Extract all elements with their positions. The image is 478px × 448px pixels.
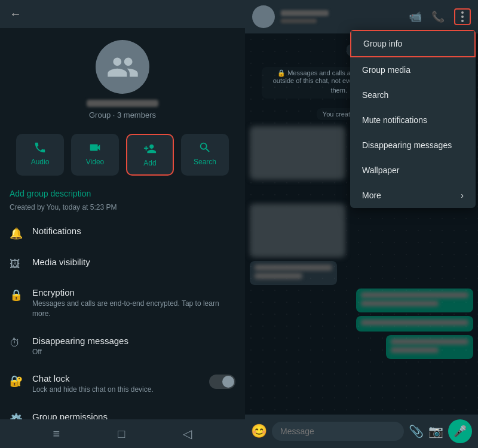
dropdown-menu: Group info Group media Search Mute notif… — [350, 30, 476, 208]
nav-back-icon[interactable]: ◁ — [183, 426, 192, 441]
dropdown-search[interactable]: Search — [350, 82, 476, 108]
video-icon — [88, 141, 102, 154]
lock-icon: 🔒 — [10, 289, 24, 302]
chat-lock-content: Chat lock Lock and hide this chat on thi… — [32, 373, 201, 395]
chat-lock-toggle[interactable] — [209, 375, 235, 389]
dot1 — [461, 11, 464, 14]
lock2-icon: 🔐 — [10, 375, 24, 388]
video-button[interactable]: Video — [71, 134, 119, 176]
dropdown-mute[interactable]: Mute notifications — [350, 108, 476, 133]
settings-item-notifications[interactable]: 🔔 Notifications — [0, 217, 245, 248]
dropdown-wallpaper[interactable]: Wallpaper — [350, 158, 476, 183]
add-person-icon — [143, 142, 157, 155]
left-panel: ← Group · 3 members Audio Video — [0, 0, 245, 448]
encryption-subtitle: Messages and calls are end-to-end encryp… — [32, 299, 235, 319]
notifications-content: Notifications — [32, 226, 235, 236]
disappearing-subtitle: Off — [32, 347, 235, 357]
back-button[interactable]: ← — [10, 7, 22, 21]
dot3 — [461, 20, 464, 22]
settings-item-chat-lock[interactable]: 🔐 Chat lock Lock and hide this chat on t… — [0, 365, 245, 403]
notifications-title: Notifications — [32, 226, 235, 236]
disappearing-title: Disappearing messages — [32, 336, 235, 346]
settings-list: 🔔 Notifications 🖼 Media visibility 🔒 Enc… — [0, 217, 245, 419]
video-label: Video — [86, 158, 104, 166]
search-button[interactable]: Search — [181, 134, 229, 176]
camera-button[interactable]: 📷 — [428, 424, 443, 438]
more-options-button[interactable] — [454, 8, 471, 25]
chat-lock-subtitle: Lock and hide this chat on this device. — [32, 385, 201, 395]
group-name-blur — [87, 100, 158, 107]
left-header: ← — [0, 0, 245, 28]
dot2 — [461, 16, 464, 18]
media-content: Media visibility — [32, 257, 235, 267]
settings-item-group-permissions[interactable]: ⚙️ Group permissions — [0, 403, 245, 419]
timer-icon: ⏱ — [10, 337, 24, 349]
phone-icon — [33, 141, 47, 154]
bottom-nav: ≡ □ ◁ — [0, 419, 245, 448]
audio-button[interactable]: Audio — [16, 134, 64, 176]
chat-status-blur — [281, 19, 317, 23]
search-label: Search — [194, 158, 216, 166]
dropdown-group-info[interactable]: Group info — [350, 30, 476, 57]
media-bubble-received-2 — [250, 204, 345, 257]
add-group-description[interactable]: Add group description — [0, 184, 245, 203]
avatar-section: Group · 3 members — [0, 28, 245, 125]
attach-button[interactable]: 📎 — [409, 424, 424, 438]
created-by-text: Created by You, today at 5:23 PM — [0, 203, 245, 217]
gear-icon: ⚙️ — [10, 413, 24, 419]
encryption-title: Encryption — [32, 287, 235, 297]
chat-lock-title: Chat lock — [32, 373, 201, 383]
media-bubble-received-1 — [250, 126, 345, 180]
message-input[interactable] — [272, 422, 404, 441]
emoji-button[interactable]: 😊 — [251, 424, 267, 439]
voice-call-icon[interactable]: 📞 — [431, 10, 445, 23]
disappearing-content: Disappearing messages Off — [32, 336, 235, 357]
group-avatar-icon — [106, 51, 139, 84]
encryption-content: Encryption Messages and calls are end-to… — [32, 287, 235, 319]
settings-item-media[interactable]: 🖼 Media visibility — [0, 248, 245, 279]
right-panel: 📹 📞 Today 🔒 Messages and calls are end-t… — [245, 0, 478, 448]
dropdown-group-media[interactable]: Group media — [350, 57, 476, 82]
chat-input-bar: 😊 📎 📷 🎤 — [245, 415, 478, 448]
add-member-button[interactable]: Add — [126, 134, 174, 176]
group-permissions-title: Group permissions — [32, 412, 235, 419]
chat-header-icons: 📹 📞 — [409, 8, 471, 25]
mic-button[interactable]: 🎤 — [448, 419, 472, 443]
chat-header-avatar — [252, 5, 275, 28]
chat-title-area — [281, 10, 403, 23]
group-permissions-content: Group permissions — [32, 412, 235, 419]
search-icon — [198, 141, 212, 154]
arrow-right-icon: › — [461, 191, 464, 200]
dropdown-more[interactable]: More › — [350, 183, 476, 208]
add-label: Add — [143, 159, 156, 167]
image-icon: 🖼 — [10, 258, 24, 271]
dropdown-disappearing[interactable]: Disappearing messages — [350, 133, 476, 158]
nav-home-icon[interactable]: □ — [118, 427, 125, 441]
settings-item-disappearing[interactable]: ⏱ Disappearing messages Off — [0, 327, 245, 366]
chat-header: 📹 📞 — [245, 0, 478, 33]
video-call-icon[interactable]: 📹 — [409, 10, 422, 23]
action-buttons: Audio Video Add Search — [0, 125, 245, 184]
group-subtitle: Group · 3 members — [89, 111, 156, 119]
group-avatar — [96, 40, 149, 94]
nav-menu-icon[interactable]: ≡ — [53, 427, 60, 441]
chat-name-blur — [281, 10, 329, 16]
bell-icon: 🔔 — [10, 227, 24, 240]
settings-item-encryption[interactable]: 🔒 Encryption Messages and calls are end-… — [0, 279, 245, 327]
media-title: Media visibility — [32, 257, 235, 267]
audio-label: Audio — [31, 158, 50, 166]
